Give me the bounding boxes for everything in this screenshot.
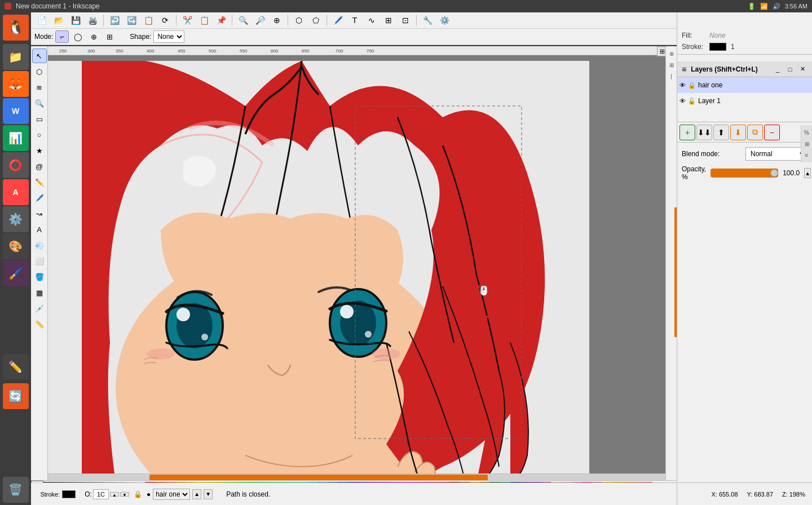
layer-lock-icon-2[interactable]: 🔓 (688, 98, 696, 105)
app-icon-files[interactable]: 📁 (3, 44, 29, 70)
node-button[interactable]: ⬠ (308, 14, 323, 27)
eraser-tool[interactable]: ⬜ (32, 254, 47, 268)
inkscape-prefs[interactable]: ⚙️ (437, 14, 452, 27)
ellipse-tool[interactable]: ○ (32, 127, 47, 142)
layers-list: 👁 🔒 hair one 👁 🔓 Layer 1 (677, 77, 812, 122)
mode-symmetric-btn[interactable]: ⊕ (87, 30, 100, 43)
app-icon-text[interactable]: A (3, 179, 29, 205)
layer-vis-icon-2[interactable]: 👁 (679, 98, 686, 104)
layers-close-btn[interactable]: ✕ (797, 64, 807, 74)
app-icon-docs[interactable]: W (3, 98, 29, 124)
move-layer-up-btn[interactable]: ⬆ (713, 125, 729, 140)
clock: 3:56 AM (785, 3, 807, 10)
tweak-tool[interactable]: ≋ (32, 80, 47, 95)
dist-button[interactable]: ⊡ (398, 14, 413, 27)
print-button[interactable]: 🖨️ (85, 14, 100, 27)
pencil-tool[interactable]: ✏️ (32, 175, 47, 189)
zoom-tool[interactable]: 🔍 (32, 96, 47, 110)
spiral-tool[interactable]: @ (32, 159, 47, 174)
layers-minimize-btn[interactable]: _ (773, 64, 783, 74)
select-tool[interactable]: ↖ (32, 48, 47, 63)
blend-mode-select[interactable]: Normal Multiply Screen Overlay (745, 147, 807, 161)
spray-tool[interactable]: 💨 (32, 238, 47, 252)
grid-icon[interactable]: ⊞ (667, 60, 677, 70)
new-button[interactable]: 📄 (34, 14, 49, 27)
layer-vis-icon-1[interactable]: 👁 (679, 82, 686, 88)
copy-button[interactable]: 📋 (197, 14, 211, 27)
layers-expand-btn[interactable]: □ (785, 64, 795, 74)
text-tool-tb[interactable]: T (347, 14, 362, 27)
zoom-fit-button[interactable]: ⊕ (270, 14, 284, 27)
paint-bucket-tool[interactable]: 🪣 (32, 269, 47, 284)
star-tool[interactable]: ★ (32, 143, 47, 158)
layer-select[interactable]: hair one Layer 1 (153, 489, 190, 500)
redo-button[interactable]: ↪️ (124, 14, 139, 27)
redo2-button[interactable]: ⟳ (158, 14, 173, 27)
cut-button[interactable]: ✂️ (180, 14, 195, 27)
toolbar-sep-2 (176, 15, 176, 26)
open-button[interactable]: 📂 (51, 14, 66, 27)
shape-label: Shape: (130, 33, 151, 41)
paste-button[interactable]: 📌 (214, 14, 228, 27)
gradient-tool[interactable]: ▦ (32, 285, 47, 300)
pen-tool[interactable]: 🖊️ (32, 191, 47, 205)
opacity-status-input[interactable] (93, 489, 109, 499)
canvas-area[interactable]: 🖱️ (48, 55, 677, 482)
mode-smooth-btn[interactable]: ◯ (71, 30, 85, 43)
trash-icon[interactable]: 🗑️ (3, 477, 29, 503)
move-layer-bottom-btn[interactable]: ⬇⬇ (696, 125, 712, 140)
shape-select[interactable]: None (153, 30, 184, 43)
app-icon-settings[interactable]: ⚙️ (3, 206, 29, 232)
save-button[interactable]: 💾 (68, 14, 83, 27)
calligraphy-tool[interactable]: ↝ (32, 206, 47, 221)
mode-auto-btn[interactable]: ⊞ (103, 30, 116, 43)
node-tool[interactable]: ⬡ (32, 64, 47, 79)
mode-corner-btn[interactable]: ⌐ (55, 30, 69, 43)
app-icon-paint[interactable]: 🖌️ (3, 260, 29, 286)
measure-tool[interactable]: 📏 (32, 317, 47, 331)
app-icon-circle[interactable]: ⭕ (3, 152, 29, 178)
add-layer-btn[interactable]: + (679, 125, 695, 140)
layer-item-layer1[interactable]: 👁 🔓 Layer 1 (677, 93, 812, 109)
rect-tool[interactable]: ▭ (32, 112, 47, 126)
layer-item-hair-one[interactable]: 👁 🔒 hair one (677, 77, 812, 93)
app-icon-edit2[interactable]: ✏️ (3, 354, 29, 380)
close-button[interactable] (5, 3, 11, 10)
stroke-status-swatch[interactable] (62, 490, 76, 498)
transform-button[interactable]: ⬡ (292, 14, 306, 27)
stroke-swatch[interactable] (709, 43, 726, 51)
layer-toggle-btn[interactable]: ▲ (192, 489, 201, 499)
layer-lock-icon-1[interactable]: 🔒 (688, 82, 696, 89)
zoom-in-button[interactable]: 🔎 (253, 14, 267, 27)
align-button[interactable]: ⊞ (381, 14, 396, 27)
app-icon-inkscape[interactable]: 🎨 (3, 233, 29, 259)
move-layer-down-btn[interactable]: ⬇ (730, 125, 746, 140)
history-button[interactable]: 📋 (141, 14, 156, 27)
snap-global-icon[interactable]: % (802, 127, 812, 138)
layer-down-btn[interactable]: ▼ (204, 489, 213, 499)
eyedropper-tool[interactable]: 💉 (32, 301, 47, 316)
edit-paths-button[interactable]: 🖊️ (330, 14, 345, 27)
prefs-button[interactable]: 🔧 (420, 14, 435, 27)
bezier-button[interactable]: ∿ (364, 14, 379, 27)
orange-line (674, 207, 677, 337)
grid2-icon[interactable]: ⊞ (802, 139, 812, 149)
duplicate-layer-btn[interactable]: ⧉ (747, 125, 763, 140)
opacity-increment-btn[interactable]: ▲ (804, 168, 811, 178)
lock-status-icon: 🔒 (134, 490, 142, 498)
app-icon-updates[interactable]: 🔄 (3, 383, 29, 409)
app-icon-spreadsheet[interactable]: 📊 (3, 125, 29, 151)
layer-selector: ● hair one Layer 1 ▲ ▼ (147, 489, 213, 500)
zoom-out-button[interactable]: 🔍 (236, 14, 250, 27)
opacity-down-btn[interactable]: ▼ (120, 492, 129, 497)
opacity-slider[interactable] (710, 169, 778, 178)
snap-icon[interactable]: ⊕ (667, 48, 677, 59)
text-tool[interactable]: A (32, 222, 47, 237)
app-icon-browser[interactable]: 🦊 (3, 71, 29, 97)
guide-icon[interactable]: | (667, 71, 677, 81)
ubuntu-logo[interactable]: 🐧 (3, 15, 29, 41)
opacity-up-btn[interactable]: ▲ (110, 492, 119, 497)
undo-button[interactable]: ↩️ (107, 14, 122, 27)
delete-layer-btn[interactable]: − (764, 125, 780, 140)
list-icon[interactable]: ≡ (802, 150, 812, 160)
